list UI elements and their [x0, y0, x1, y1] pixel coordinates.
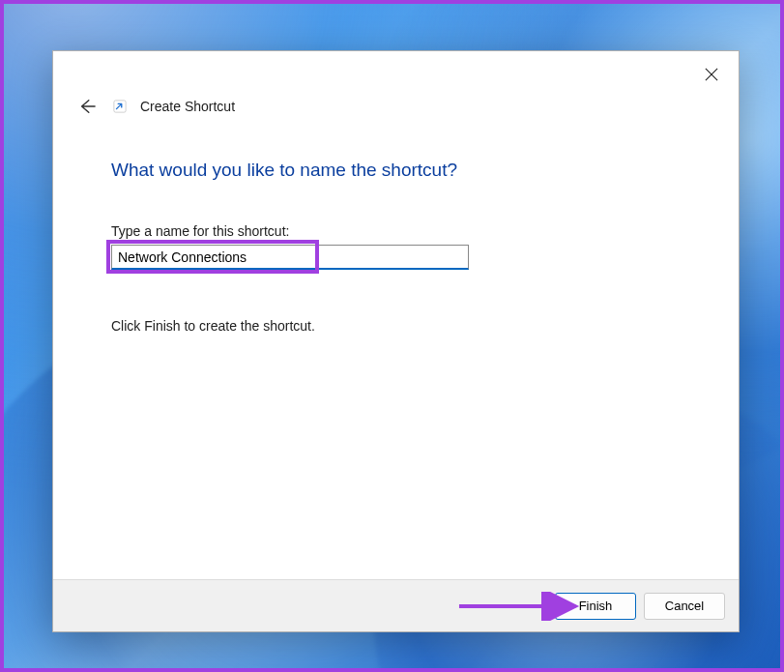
- close-icon: [705, 68, 718, 81]
- create-shortcut-dialog: Create Shortcut What would you like to n…: [52, 50, 740, 632]
- page-heading: What would you like to name the shortcut…: [111, 160, 681, 181]
- cancel-button[interactable]: Cancel: [644, 593, 725, 620]
- name-input-wrap: [111, 245, 469, 270]
- finish-button[interactable]: Finish: [555, 593, 636, 620]
- dialog-body: What would you like to name the shortcut…: [53, 117, 739, 579]
- hint-text: Click Finish to create the shortcut.: [111, 318, 681, 334]
- dialog-footer: Finish Cancel: [53, 579, 739, 631]
- arrow-left-icon: [78, 98, 96, 115]
- name-field-label: Type a name for this shortcut:: [111, 223, 681, 239]
- shortcut-arrow-icon: [113, 100, 127, 113]
- shortcut-name-input[interactable]: [111, 245, 469, 270]
- dialog-title: Create Shortcut: [140, 99, 235, 114]
- back-button[interactable]: [76, 96, 98, 117]
- close-button[interactable]: [698, 61, 725, 88]
- dialog-header: Create Shortcut: [53, 51, 739, 117]
